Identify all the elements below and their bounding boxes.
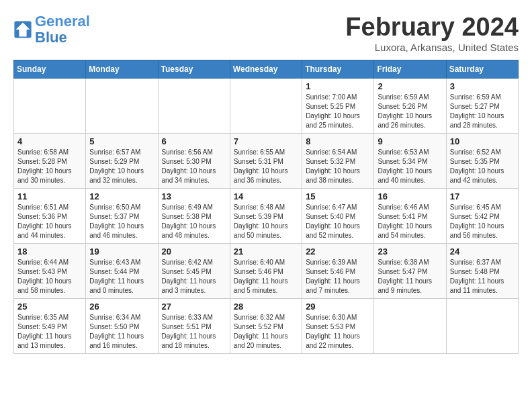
calendar-subtitle: Luxora, Arkansas, United States [345,42,519,53]
day-number: 2 [378,81,442,91]
calendar-cell: 4Sunrise: 6:58 AM Sunset: 5:28 PM Daylig… [14,133,86,188]
calendar-week-row: 11Sunrise: 6:51 AM Sunset: 5:36 PM Dayli… [14,188,519,243]
day-number: 4 [17,136,82,146]
day-info: Sunrise: 6:42 AM Sunset: 5:45 PM Dayligh… [162,258,226,295]
day-number: 5 [89,136,154,146]
calendar-cell [374,298,446,353]
day-number: 27 [162,302,226,312]
calendar-cell: 27Sunrise: 6:33 AM Sunset: 5:51 PM Dayli… [158,298,230,353]
calendar-cell: 9Sunrise: 6:53 AM Sunset: 5:34 PM Daylig… [374,133,446,188]
day-number: 26 [89,302,154,312]
day-info: Sunrise: 6:30 AM Sunset: 5:53 PM Dayligh… [306,313,370,351]
day-info: Sunrise: 6:58 AM Sunset: 5:28 PM Dayligh… [17,148,82,185]
day-of-week-header: Wednesday [230,60,302,78]
calendar-cell: 14Sunrise: 6:48 AM Sunset: 5:39 PM Dayli… [230,188,302,243]
day-info: Sunrise: 6:48 AM Sunset: 5:39 PM Dayligh… [234,203,298,240]
calendar-cell: 29Sunrise: 6:30 AM Sunset: 5:53 PM Dayli… [302,298,374,353]
calendar-cell: 26Sunrise: 6:34 AM Sunset: 5:50 PM Dayli… [86,298,158,353]
calendar-cell: 10Sunrise: 6:52 AM Sunset: 5:35 PM Dayli… [446,133,518,188]
calendar-cell: 17Sunrise: 6:45 AM Sunset: 5:42 PM Dayli… [446,188,518,243]
calendar-cell: 5Sunrise: 6:57 AM Sunset: 5:29 PM Daylig… [86,133,158,188]
calendar-cell [158,78,230,133]
calendar-week-row: 25Sunrise: 6:35 AM Sunset: 5:49 PM Dayli… [14,298,519,353]
day-info: Sunrise: 6:53 AM Sunset: 5:34 PM Dayligh… [378,148,442,185]
calendar-cell: 6Sunrise: 6:56 AM Sunset: 5:30 PM Daylig… [158,133,230,188]
day-info: Sunrise: 6:47 AM Sunset: 5:40 PM Dayligh… [306,203,370,240]
logo-icon [13,20,32,39]
day-of-week-header: Sunday [14,60,86,78]
day-info: Sunrise: 6:43 AM Sunset: 5:44 PM Dayligh… [89,258,154,295]
day-number: 7 [234,136,298,146]
day-info: Sunrise: 6:34 AM Sunset: 5:50 PM Dayligh… [89,313,154,351]
calendar-cell: 7Sunrise: 6:55 AM Sunset: 5:31 PM Daylig… [230,133,302,188]
day-info: Sunrise: 7:00 AM Sunset: 5:25 PM Dayligh… [306,93,370,130]
day-info: Sunrise: 6:35 AM Sunset: 5:49 PM Dayligh… [17,313,82,351]
day-number: 14 [234,191,298,201]
calendar-cell: 13Sunrise: 6:49 AM Sunset: 5:38 PM Dayli… [158,188,230,243]
header: General Blue February 2024 Luxora, Arkan… [13,13,519,53]
calendar-cell: 8Sunrise: 6:54 AM Sunset: 5:32 PM Daylig… [302,133,374,188]
day-number: 11 [17,191,82,201]
calendar-cell: 22Sunrise: 6:39 AM Sunset: 5:46 PM Dayli… [302,243,374,298]
day-number: 12 [89,191,154,201]
calendar-week-row: 4Sunrise: 6:58 AM Sunset: 5:28 PM Daylig… [14,133,519,188]
day-info: Sunrise: 6:49 AM Sunset: 5:38 PM Dayligh… [162,203,226,240]
logo: General Blue [13,13,90,46]
calendar-header-row: SundayMondayTuesdayWednesdayThursdayFrid… [14,60,519,78]
calendar-week-row: 18Sunrise: 6:44 AM Sunset: 5:43 PM Dayli… [14,243,519,298]
day-info: Sunrise: 6:57 AM Sunset: 5:29 PM Dayligh… [89,148,154,185]
day-number: 9 [378,136,442,146]
day-number: 28 [234,302,298,312]
day-info: Sunrise: 6:52 AM Sunset: 5:35 PM Dayligh… [450,148,515,185]
day-number: 3 [450,81,515,91]
calendar-cell: 28Sunrise: 6:32 AM Sunset: 5:52 PM Dayli… [230,298,302,353]
day-info: Sunrise: 6:59 AM Sunset: 5:27 PM Dayligh… [450,93,515,130]
calendar-cell: 24Sunrise: 6:37 AM Sunset: 5:48 PM Dayli… [446,243,518,298]
calendar-cell: 15Sunrise: 6:47 AM Sunset: 5:40 PM Dayli… [302,188,374,243]
day-info: Sunrise: 6:38 AM Sunset: 5:47 PM Dayligh… [378,258,442,295]
day-number: 20 [162,246,226,257]
calendar-cell [446,298,518,353]
calendar-cell [14,78,86,133]
calendar-cell [230,78,302,133]
day-number: 10 [450,136,515,146]
day-number: 25 [17,302,82,312]
day-number: 1 [306,81,370,91]
calendar-cell: 23Sunrise: 6:38 AM Sunset: 5:47 PM Dayli… [374,243,446,298]
logo-text: General Blue [35,13,90,46]
day-info: Sunrise: 6:37 AM Sunset: 5:48 PM Dayligh… [450,258,515,295]
calendar-cell: 19Sunrise: 6:43 AM Sunset: 5:44 PM Dayli… [86,243,158,298]
day-info: Sunrise: 6:55 AM Sunset: 5:31 PM Dayligh… [234,148,298,185]
day-number: 16 [378,191,442,201]
day-info: Sunrise: 6:39 AM Sunset: 5:46 PM Dayligh… [306,258,370,295]
calendar-cell: 16Sunrise: 6:46 AM Sunset: 5:41 PM Dayli… [374,188,446,243]
calendar-cell: 21Sunrise: 6:40 AM Sunset: 5:46 PM Dayli… [230,243,302,298]
day-info: Sunrise: 6:54 AM Sunset: 5:32 PM Dayligh… [306,148,370,185]
day-info: Sunrise: 6:44 AM Sunset: 5:43 PM Dayligh… [17,258,82,295]
day-number: 19 [89,246,154,257]
day-of-week-header: Friday [374,60,446,78]
day-of-week-header: Thursday [302,60,374,78]
day-info: Sunrise: 6:45 AM Sunset: 5:42 PM Dayligh… [450,203,515,240]
day-info: Sunrise: 6:50 AM Sunset: 5:37 PM Dayligh… [89,203,154,240]
day-of-week-header: Monday [86,60,158,78]
calendar-cell: 11Sunrise: 6:51 AM Sunset: 5:36 PM Dayli… [14,188,86,243]
day-number: 29 [306,302,370,312]
day-info: Sunrise: 6:46 AM Sunset: 5:41 PM Dayligh… [378,203,442,240]
calendar-table: SundayMondayTuesdayWednesdayThursdayFrid… [13,60,519,354]
calendar-cell: 3Sunrise: 6:59 AM Sunset: 5:27 PM Daylig… [446,78,518,133]
day-number: 15 [306,191,370,201]
day-info: Sunrise: 6:51 AM Sunset: 5:36 PM Dayligh… [17,203,82,240]
day-info: Sunrise: 6:32 AM Sunset: 5:52 PM Dayligh… [234,313,298,351]
calendar-cell [86,78,158,133]
calendar-cell: 1Sunrise: 7:00 AM Sunset: 5:25 PM Daylig… [302,78,374,133]
calendar-cell: 2Sunrise: 6:59 AM Sunset: 5:26 PM Daylig… [374,78,446,133]
calendar-week-row: 1Sunrise: 7:00 AM Sunset: 5:25 PM Daylig… [14,78,519,133]
day-number: 23 [378,246,442,257]
calendar-cell: 18Sunrise: 6:44 AM Sunset: 5:43 PM Dayli… [14,243,86,298]
day-of-week-header: Saturday [446,60,518,78]
day-number: 8 [306,136,370,146]
day-number: 21 [234,246,298,257]
calendar-cell: 12Sunrise: 6:50 AM Sunset: 5:37 PM Dayli… [86,188,158,243]
day-info: Sunrise: 6:40 AM Sunset: 5:46 PM Dayligh… [234,258,298,295]
